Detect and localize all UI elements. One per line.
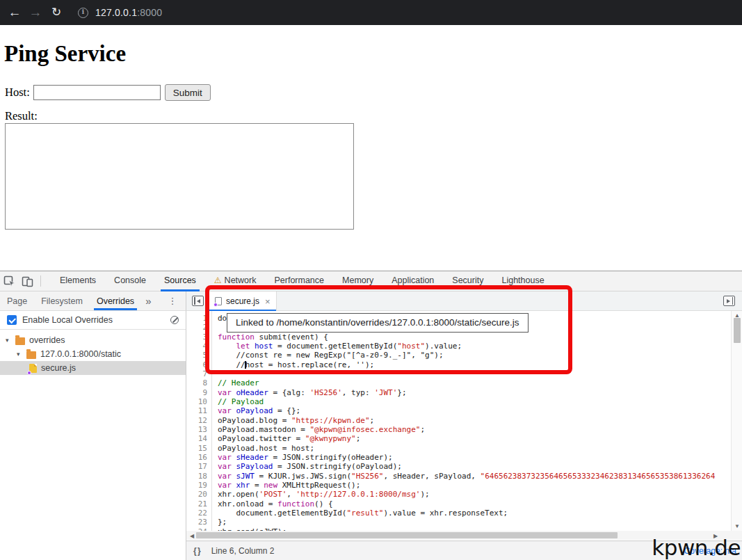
code-line[interactable]: 5 //const re = new RegExp("[^a-z0-9._-]"… xyxy=(186,351,742,360)
forward-icon[interactable]: → xyxy=(25,0,46,25)
line-number: 4 xyxy=(186,342,207,351)
line-number: 14 xyxy=(186,434,207,443)
code-line[interactable]: 6 //host = host.replace(re, ''); xyxy=(186,360,742,369)
screenshot-root: ← → ↻ 127.0.0.1:8000 Ping Service Host: … xyxy=(0,0,742,560)
code-line[interactable]: 7 xyxy=(186,369,742,378)
expand-arrow-icon[interactable]: ▾ xyxy=(6,337,14,344)
hide-navigator-icon[interactable] xyxy=(192,296,204,306)
devtools-tab-performance[interactable]: Performance xyxy=(265,271,333,291)
code-line[interactable]: 23}; xyxy=(186,518,742,527)
code-line[interactable]: 3function submit(event) { xyxy=(186,333,742,342)
code-text: // Payload xyxy=(218,397,264,406)
code-editor[interactable]: 1do23function submit(event) {4 let host … xyxy=(186,311,742,531)
tree-item-label: secure.js xyxy=(41,363,76,373)
devtools-tab-memory[interactable]: Memory xyxy=(333,271,382,291)
line-number: 21 xyxy=(186,499,207,509)
webpage-viewport: Ping Service Host: Submit Result: xyxy=(0,25,742,271)
file-icon xyxy=(29,364,37,373)
editor-tabbar: secure.js × xyxy=(186,291,742,311)
devtools-tab-label: Sources xyxy=(164,275,196,285)
tree-item-label: overrides xyxy=(29,335,65,345)
file-tree: ▾overrides▾127.0.0.1:8000/staticsecure.j… xyxy=(0,333,186,375)
code-line[interactable]: 18var sJWT = KJUR.jws.JWS.sign("HS256", … xyxy=(186,472,742,481)
devtools-tab-label: Lighthouse xyxy=(501,275,544,285)
address-bar[interactable]: 127.0.0.1:8000 xyxy=(95,7,162,18)
sources-navigator-tabs: PageFilesystemOverrides » ⋮ xyxy=(0,291,186,311)
devtools-tab-network[interactable]: ⚠Network xyxy=(205,271,266,291)
close-icon[interactable]: × xyxy=(265,296,271,307)
code-line[interactable]: 11var oPayload = {}; xyxy=(186,406,742,415)
more-tabs-icon[interactable]: » xyxy=(141,295,155,307)
file-modified-icon xyxy=(215,297,222,305)
devtools-tab-security[interactable]: Security xyxy=(443,271,492,291)
tree-item-label: 127.0.0.1:8000/static xyxy=(40,349,121,359)
code-line[interactable]: 20xhr.open('POST', 'http://127.0.0.1:800… xyxy=(186,490,742,499)
code-line[interactable]: 22 document.getElementById("result").val… xyxy=(186,509,742,518)
clear-configuration-icon[interactable] xyxy=(170,316,179,324)
line-number: 9 xyxy=(186,388,207,397)
code-text: oPayload.blog = "https://kpwn.de"; xyxy=(218,416,374,425)
code-text: xhr.open('POST', 'http://127.0.0.1:8000/… xyxy=(218,490,430,499)
inspect-element-icon[interactable] xyxy=(0,273,18,289)
code-line[interactable]: 19var xhr = new XMLHttpRequest(); xyxy=(186,481,742,490)
line-number: 12 xyxy=(186,416,207,425)
devtools-tab-console[interactable]: Console xyxy=(105,271,155,291)
expand-arrow-icon[interactable]: ▾ xyxy=(17,351,25,358)
code-text: document.getElementById("result").value … xyxy=(218,509,508,518)
line-number: 16 xyxy=(186,453,207,462)
tree-item-127-0-0-1-8000-static[interactable]: ▾127.0.0.1:8000/static xyxy=(0,347,186,361)
line-number: 20 xyxy=(186,490,207,499)
vertical-scrollbar[interactable]: ▲ ▼ xyxy=(731,311,742,531)
device-toolbar-icon[interactable] xyxy=(18,273,36,289)
overflow-menu-icon[interactable]: ⋮ xyxy=(162,296,182,306)
code-line[interactable]: 10// Payload xyxy=(186,397,742,406)
enable-overrides-checkbox[interactable] xyxy=(7,315,17,325)
devtools-tab-label: Memory xyxy=(342,275,373,285)
tree-item-secure-js[interactable]: secure.js xyxy=(0,361,186,375)
code-line[interactable]: 15oPayload.host = host; xyxy=(186,444,742,453)
submit-button[interactable]: Submit xyxy=(165,84,211,101)
navigator-sidebar: Enable Local Overrides ▾overrides▾127.0.… xyxy=(0,311,186,560)
scroll-down-icon[interactable]: ▼ xyxy=(732,523,742,529)
code-line[interactable]: 21xhr.onload = function() { xyxy=(186,499,742,509)
page-title: Ping Service xyxy=(4,41,126,67)
code-line[interactable]: 9var oHeader = {alg: 'HS256', typ: 'JWT'… xyxy=(186,388,742,397)
horizontal-scrollbar[interactable]: ◀ ▶ xyxy=(186,531,731,540)
code-line[interactable]: 8// Header xyxy=(186,378,742,387)
code-text: var sJWT = KJUR.jws.JWS.sign("HS256", sH… xyxy=(218,472,715,481)
show-debugger-sidebar-icon[interactable] xyxy=(723,296,735,306)
line-number: 2 xyxy=(186,323,207,332)
devtools-tab-label: Elements xyxy=(60,275,96,285)
devtools-tab-application[interactable]: Application xyxy=(382,271,443,291)
host-row: Host: Submit xyxy=(5,83,211,102)
code-line[interactable]: 12oPayload.blog = "https://kpwn.de"; xyxy=(186,416,742,425)
site-info-icon[interactable] xyxy=(78,8,88,18)
url-host: 127.0.0.1 xyxy=(95,7,137,18)
tree-item-overrides[interactable]: ▾overrides xyxy=(0,333,186,347)
vertical-scroll-thumb[interactable] xyxy=(734,318,741,343)
code-line[interactable]: 4 let host = document.getElementById("ho… xyxy=(186,342,742,351)
code-line[interactable]: 16var sHeader = JSON.stringify(oHeader); xyxy=(186,453,742,462)
navigator-tab-filesystem[interactable]: Filesystem xyxy=(34,292,90,310)
back-icon[interactable]: ← xyxy=(4,0,25,25)
folder-icon xyxy=(15,337,25,345)
devtools-tab-sources[interactable]: Sources xyxy=(155,271,205,291)
result-textarea[interactable] xyxy=(5,123,354,230)
tab-secure-js[interactable]: secure.js × xyxy=(209,291,277,311)
reload-icon[interactable]: ↻ xyxy=(46,0,67,25)
navigator-tab-overrides[interactable]: Overrides xyxy=(90,292,141,310)
navigator-tab-page[interactable]: Page xyxy=(0,292,34,310)
enable-overrides-label: Enable Local Overrides xyxy=(22,315,113,325)
host-label: Host: xyxy=(5,86,30,99)
devtools-tab-elements[interactable]: Elements xyxy=(51,271,105,291)
code-text: do xyxy=(218,314,227,323)
code-line[interactable]: 14oPayload.twitter = "@kwnypwny"; xyxy=(186,434,742,443)
pretty-print-icon[interactable]: { } xyxy=(193,546,200,556)
code-line[interactable]: 13oPayload.mastodon = "@kpwn@infosec.exc… xyxy=(186,425,742,434)
code-text: var sHeader = JSON.stringify(oHeader); xyxy=(218,453,393,462)
devtools-tab-lighthouse[interactable]: Lighthouse xyxy=(492,271,553,291)
code-line[interactable]: 17var sPayload = JSON.stringify(oPayload… xyxy=(186,462,742,471)
host-input[interactable] xyxy=(33,85,161,100)
code-text: oPayload.mastodon = "@kpwn@infosec.excha… xyxy=(218,425,425,434)
horizontal-scroll-thumb[interactable] xyxy=(196,532,618,538)
